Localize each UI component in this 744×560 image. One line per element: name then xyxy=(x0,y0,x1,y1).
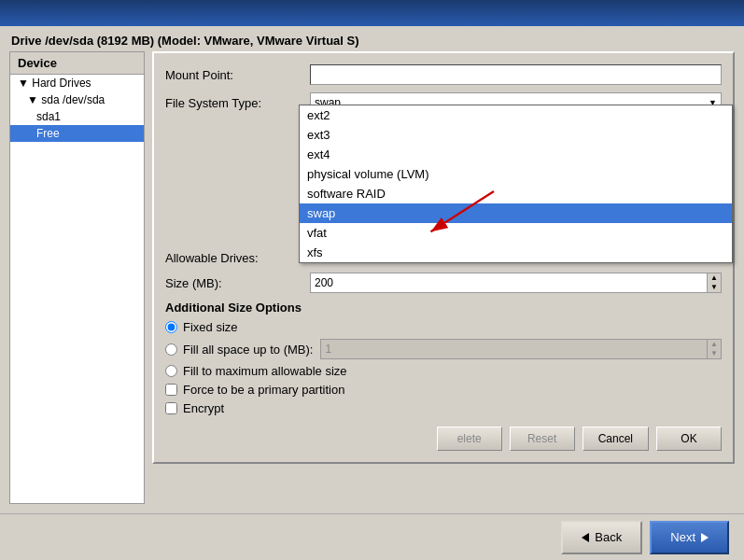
force-primary-checkbox[interactable] xyxy=(165,384,177,396)
next-button[interactable]: Next xyxy=(650,521,729,554)
fill-max-row: Fill to maximum allowable size xyxy=(165,364,722,378)
cancel-button[interactable]: Cancel xyxy=(583,427,649,451)
fill-max-label: Fill to maximum allowable size xyxy=(183,364,347,378)
dropdown-item-raid[interactable]: software RAID xyxy=(300,184,732,203)
fill-space-label: Fill all space up to (MB): xyxy=(183,343,313,357)
fill-space-down-button[interactable]: ▼ xyxy=(708,349,721,358)
drive-header: Drive /dev/sda (8192 MB) (Model: VMware,… xyxy=(0,26,744,51)
fill-space-input-container: ▲ ▼ xyxy=(320,339,722,359)
back-arrow-icon xyxy=(582,533,589,542)
dropdown-item-lvm[interactable]: physical volume (LVM) xyxy=(300,164,732,184)
device-panel: Device ▼ Hard Drives ▼ sda /dev/sda sda1… xyxy=(9,51,145,504)
size-down-button[interactable]: ▼ xyxy=(708,283,721,292)
content-area: Device ▼ Hard Drives ▼ sda /dev/sda sda1… xyxy=(0,51,744,513)
top-bar xyxy=(0,0,744,26)
drive-title: Drive /dev/sda (8192 MB) (Model: VMware,… xyxy=(11,34,359,48)
dialog-area: Mount Point: File System Type: swap ▼ xyxy=(152,51,735,504)
tree-item-free[interactable]: Free xyxy=(10,125,144,142)
dropdown-item-swap[interactable]: swap xyxy=(300,203,732,223)
size-label: Size (MB): xyxy=(165,276,310,290)
main-content: Drive /dev/sda (8192 MB) (Model: VMware,… xyxy=(0,26,744,513)
size-up-button[interactable]: ▲ xyxy=(708,273,721,283)
force-primary-label: Force to be a primary partition xyxy=(183,383,344,397)
size-spinner: ▲ ▼ xyxy=(707,273,722,293)
size-row: Size (MB): 200 ▲ ▼ xyxy=(165,273,722,293)
additional-size-section: Additional Size Options xyxy=(165,301,722,315)
tree-item-sda1[interactable]: sda1 xyxy=(10,108,144,125)
mount-point-input[interactable] xyxy=(310,64,722,85)
fill-space-radio[interactable] xyxy=(165,343,177,356)
allowable-drives-label: Allowable Drives: xyxy=(165,251,310,265)
back-button[interactable]: Back xyxy=(561,521,642,554)
fill-space-input[interactable] xyxy=(320,339,707,359)
device-panel-header: Device xyxy=(10,52,144,75)
encrypt-row: Encrypt xyxy=(165,401,722,415)
size-input[interactable]: 200 xyxy=(310,273,707,293)
fill-space-spinner: ▲ ▼ xyxy=(707,339,722,359)
reset-button[interactable]: Reset xyxy=(510,427,575,451)
partition-dialog: Mount Point: File System Type: swap ▼ xyxy=(152,51,735,464)
tree-item-hard-drives[interactable]: ▼ Hard Drives xyxy=(10,75,144,91)
mount-point-label: Mount Point: xyxy=(165,68,310,82)
next-arrow-icon xyxy=(701,533,709,542)
fixed-size-radio[interactable] xyxy=(165,321,177,333)
dropdown-item-vfat[interactable]: vfat xyxy=(300,223,732,243)
encrypt-label: Encrypt xyxy=(183,401,224,415)
dropdown-item-ext3[interactable]: ext3 xyxy=(300,125,732,145)
tree-item-sda[interactable]: ▼ sda /dev/sda xyxy=(10,91,144,108)
next-label: Next xyxy=(670,530,695,544)
force-primary-row: Force to be a primary partition xyxy=(165,383,722,397)
dropdown-item-ext4[interactable]: ext4 xyxy=(300,145,732,164)
file-system-label: File System Type: xyxy=(165,96,310,110)
dropdown-item-ext2[interactable]: ext2 xyxy=(300,105,732,125)
fill-max-radio[interactable] xyxy=(165,365,177,377)
encrypt-checkbox[interactable] xyxy=(165,402,177,414)
fill-space-up-button[interactable]: ▲ xyxy=(708,340,721,349)
bottom-nav: Back Next xyxy=(0,513,744,560)
fixed-size-row: Fixed size xyxy=(165,320,722,334)
ok-button[interactable]: OK xyxy=(656,427,722,451)
file-system-dropdown: ext2 ext3 ext4 physical volume (LVM) sof… xyxy=(299,105,733,263)
fixed-size-label: Fixed size xyxy=(183,320,238,334)
delete-button[interactable]: elete xyxy=(437,427,502,451)
size-input-container: 200 ▲ ▼ xyxy=(310,273,722,293)
dropdown-item-xfs[interactable]: xfs xyxy=(300,243,732,262)
back-label: Back xyxy=(595,530,622,544)
dialog-buttons: elete Reset Cancel OK xyxy=(165,427,722,451)
fill-space-row: Fill all space up to (MB): ▲ ▼ xyxy=(165,339,722,359)
mount-point-row: Mount Point: xyxy=(165,64,722,85)
